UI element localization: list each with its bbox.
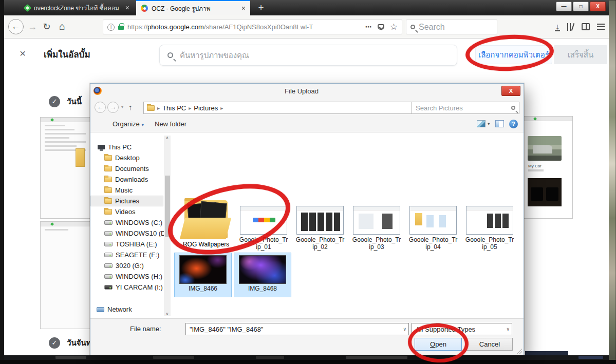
sidebar-item-yi-carcam-i[interactable]: YI CARCAM (I:) (90, 282, 163, 293)
nav-up-button[interactable]: ↑ (128, 103, 133, 111)
organize-menu[interactable]: Organize ▾ (113, 120, 144, 128)
drive-icon (104, 285, 113, 290)
sidebar-item-music[interactable]: Music (90, 185, 163, 196)
sidebar-item-toshiba-e[interactable]: TOSHIBA (E:) (90, 239, 163, 250)
view-options-icon[interactable] (477, 120, 486, 127)
background-photo-strip (4, 355, 609, 360)
sidebar-toggle-icon[interactable] (582, 23, 590, 30)
file-label: Gooole_Photo_Trip_03 (352, 236, 401, 251)
section-check-icon[interactable]: ✓ (49, 96, 60, 107)
page-actions-icon[interactable]: ⋯ (365, 23, 372, 31)
file-name-combobox[interactable]: "IMG_8466" "IMG_8468" ∨ (185, 323, 409, 335)
dialog-title-bar[interactable]: File Upload X (90, 84, 524, 98)
library-icon[interactable] (567, 23, 574, 31)
file-item[interactable]: Gooole_Photo_Trip_05 (465, 206, 514, 251)
select-from-computer-button[interactable]: เลือกจากคอมพิวเตอร์ (475, 45, 552, 64)
sidebar-item-desktop[interactable]: Desktop (90, 152, 163, 163)
preview-pane-icon[interactable] (495, 120, 504, 127)
page-info-icon[interactable]: i (107, 24, 115, 31)
album-close-icon[interactable]: × (20, 47, 26, 60)
photo-thumbnail[interactable] (40, 117, 90, 219)
url-bar[interactable]: i https://photos.google.com/share/AF1Qip… (103, 20, 402, 34)
maximize-button[interactable]: □ (573, 2, 589, 11)
tab-google-photos[interactable]: OCZ - Google รูปภาพ × (136, 0, 250, 15)
file-item[interactable]: Gooole_Photo_Trip_04 (408, 206, 458, 251)
reload-button[interactable]: ↻ (41, 20, 52, 34)
file-rog-wallpapers-folder[interactable] (180, 198, 232, 240)
drive-icon (104, 263, 113, 268)
search-icon (410, 25, 415, 29)
scrollbar-thumb[interactable] (165, 176, 170, 237)
sidebar-item-windows-c[interactable]: WINDOWS (C:) (90, 217, 163, 228)
file-item-selected[interactable]: IMG_8466 (174, 253, 232, 297)
sidebar-item-network[interactable]: Network (90, 304, 163, 315)
page-title: เพิ่มในอัลบั้ม (44, 47, 90, 61)
pocket-icon[interactable] (378, 24, 384, 30)
sidebar-scrollbar[interactable]: ∧ ∨ (164, 136, 171, 316)
file-item-selected[interactable]: IMG_8468 (234, 253, 291, 297)
dark-photo (528, 178, 562, 206)
drive-icon (104, 274, 113, 279)
breadcrumb-pictures[interactable]: Pictures (194, 104, 218, 112)
screenshot-thumbnail (296, 206, 344, 235)
tab-bar: overclockZone ข่าวไอที ซื้อคอม × OCZ - G… (4, 0, 609, 15)
nav-history-caret-icon[interactable]: ▾ (121, 105, 123, 109)
nav-back-button[interactable]: ← (95, 102, 106, 113)
combobox-caret-icon[interactable]: ∨ (504, 327, 510, 332)
dialog-address-bar: ← → ▾ ↑ ▸ This PC ▸ Pictures ▸ ∨ ↻ (90, 101, 524, 114)
sidebar-item-seagete-f[interactable]: SEAGETE (F:) (90, 250, 163, 260)
tab-close-icon[interactable]: × (241, 4, 246, 12)
forward-button[interactable]: → (27, 20, 38, 34)
sidebar-item-downloads[interactable]: Downloads (90, 174, 163, 185)
sidebar-item-pictures[interactable]: Pictures (90, 196, 163, 206)
browser-search-box[interactable] (406, 20, 497, 34)
scroll-down-icon[interactable]: ∨ (164, 312, 171, 316)
file-label[interactable]: ROG Wallpapers (180, 241, 232, 248)
scroll-up-icon[interactable]: ∧ (164, 136, 171, 140)
dialog-close-button[interactable]: X (501, 86, 520, 96)
downloads-icon[interactable]: ↓ (555, 23, 560, 31)
home-button[interactable]: ⌂ (57, 19, 68, 33)
sidebar-item-documents[interactable]: Documents (90, 163, 163, 174)
nav-forward-button[interactable]: → (107, 102, 119, 113)
file-item[interactable]: Gooole_Photo_Trip_03 (352, 206, 401, 251)
dialog-search-box[interactable] (412, 102, 519, 114)
new-folder-button[interactable]: New folder (155, 120, 186, 128)
bookmark-star-icon[interactable]: ☆ (390, 22, 398, 32)
view-options-caret-icon[interactable]: ▾ (488, 121, 490, 126)
sidebar-item-windows-h[interactable]: WINDOWS (H:) (90, 271, 163, 282)
photos-search-box[interactable] (159, 45, 457, 66)
open-button[interactable]: Open (415, 338, 462, 351)
combobox-caret-icon[interactable]: ∨ (401, 327, 406, 332)
done-button[interactable]: เสร็จสิ้น (554, 45, 607, 64)
folder-icon (104, 209, 112, 215)
dialog-body: This PC Desktop Documents Downloads Musi… (90, 132, 524, 319)
sidebar-item-windows10-d[interactable]: WINDOWS10 (D:) (90, 228, 163, 239)
folder-icon (104, 166, 112, 171)
sidebar-item-this-pc[interactable]: This PC (90, 142, 163, 152)
photo-thumbnail[interactable] (40, 221, 90, 329)
photo-thumbnail[interactable]: My Car (523, 116, 573, 219)
file-type-combobox[interactable]: All Supported Types ∨ (412, 323, 512, 335)
sidebar-item-3020-g[interactable]: 3020 (G:) (90, 260, 163, 271)
section-check-icon[interactable]: ✓ (49, 337, 60, 349)
file-item[interactable]: Gooole_Photo_Trip_02 (295, 206, 345, 251)
sidebar-item-videos[interactable]: Videos (90, 206, 163, 217)
breadcrumb-this-pc[interactable]: This PC (162, 104, 186, 112)
close-button[interactable]: X (590, 2, 606, 11)
cancel-button[interactable]: Cancel (466, 338, 513, 351)
folder-icon (104, 155, 112, 161)
menu-icon[interactable] (597, 24, 605, 25)
new-tab-button[interactable]: + (254, 1, 268, 14)
dialog-search-input[interactable] (416, 104, 511, 112)
browser-search-input[interactable] (419, 23, 493, 32)
file-item[interactable]: Gooole_Photo_Trip_01 (239, 206, 288, 251)
photos-search-input[interactable] (180, 51, 449, 60)
section-today-label: วันนี้ (67, 95, 82, 108)
tab-close-icon[interactable]: × (125, 4, 129, 12)
minimize-button[interactable]: — (556, 2, 572, 11)
tab-overclockzone[interactable]: overclockZone ข่าวไอที ซื้อคอม × (20, 0, 134, 15)
back-button[interactable]: ← (8, 19, 24, 34)
help-icon[interactable]: ? (509, 120, 518, 128)
resize-grip[interactable] (517, 349, 522, 354)
